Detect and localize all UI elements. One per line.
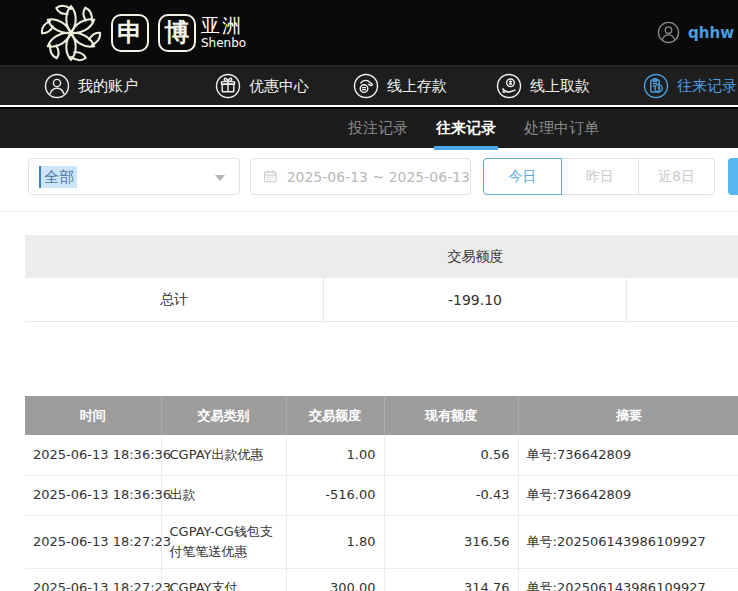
brand-char-shen: 申: [111, 14, 149, 52]
nav-label: 线上存款: [387, 77, 447, 96]
nav-label: 我的账户: [78, 77, 138, 96]
tab-list: 投注记录 往来记录 处理中订单: [348, 109, 599, 150]
username[interactable]: qhhw: [688, 24, 734, 42]
tab-transaction-records[interactable]: 往来记录: [436, 109, 496, 150]
user-account[interactable]: qhhw: [657, 0, 734, 65]
cell-amount: 1.80: [286, 515, 384, 568]
user-icon: [44, 73, 70, 99]
table-row: 2025-06-13 18:36:36 CGPAY出款优惠 1.00 0.56 …: [25, 435, 738, 475]
transactions-table: 时间 交易类别 交易额度 现有额度 摘要 2025-06-13 18:36:36…: [25, 396, 738, 591]
brand-logo[interactable]: 申 博 亚洲 Shenbo: [40, 0, 246, 65]
cell-memo: 单号:202506143986109927: [518, 515, 738, 568]
records-subnav: 投注记录 往来记录 处理中订单: [0, 107, 738, 148]
table-header-row: 时间 交易类别 交易额度 现有额度 摘要: [25, 396, 738, 435]
tab-betting-records[interactable]: 投注记录: [348, 109, 408, 150]
cell-type: CGPAY支付: [161, 568, 286, 591]
chevron-down-icon: [215, 175, 225, 181]
header-memo: 摘要: [518, 396, 738, 435]
search-button[interactable]: [728, 158, 738, 195]
summary-header-amount: 交易额度: [324, 235, 627, 278]
summary-total-label: 总计: [25, 278, 324, 321]
page: 申 博 亚洲 Shenbo qhhw: [0, 0, 738, 591]
gift-icon: [215, 73, 241, 99]
lotus-flower-icon: [40, 2, 102, 64]
withdraw-icon: [496, 73, 522, 99]
brand-char-bo: 博: [158, 14, 196, 52]
nav-label: 线上取款: [530, 77, 590, 96]
divider: [0, 211, 738, 212]
deposit-icon: [353, 73, 379, 99]
nav-item-withdraw[interactable]: 线上取款: [496, 66, 590, 106]
cell-amount: -516.00: [286, 475, 384, 515]
header-balance: 现有额度: [384, 396, 518, 435]
header-type: 交易类别: [161, 396, 286, 435]
nav-label: 往来记录: [677, 77, 737, 96]
main-nav: 我的账户 优惠中心: [0, 65, 738, 105]
cell-type: CGPAY-CG钱包支付笔笔送优惠: [161, 515, 286, 568]
table-row: 2025-06-13 18:36:36 出款 -516.00 -0.43 单号:…: [25, 475, 738, 515]
calendar-icon: [263, 168, 278, 185]
cell-time: 2025-06-13 18:36:36: [25, 475, 161, 515]
cell-time: 2025-06-13 18:27:23: [25, 515, 161, 568]
nav-item-my-account[interactable]: 我的账户: [44, 66, 138, 106]
today-button[interactable]: 今日: [483, 158, 562, 195]
quick-date-buttons: 今日 昨日 近8日: [483, 158, 715, 195]
tab-processing-orders[interactable]: 处理中订单: [524, 109, 599, 150]
nav-item-records[interactable]: 往来记录: [643, 66, 737, 106]
top-bar: 申 博 亚洲 Shenbo qhhw: [0, 0, 738, 65]
date-range-input[interactable]: 2025-06-13 ~ 2025-06-13: [250, 158, 471, 195]
transaction-type-select[interactable]: 全部: [28, 158, 240, 195]
cell-amount: 300.00: [286, 568, 384, 591]
cell-memo: 单号:202506143986109927: [518, 568, 738, 591]
nav-item-deposit[interactable]: 线上存款: [353, 66, 447, 106]
select-value: 全部: [41, 166, 77, 188]
summary-total-row: 总计 -199.10: [25, 278, 738, 322]
summary-table: 交易额度 总计 -199.10: [25, 235, 738, 322]
brand-latin: Shenbo: [201, 36, 246, 50]
nav-label: 优惠中心: [249, 77, 309, 96]
records-icon: [643, 73, 669, 99]
date-range-value: 2025-06-13 ~ 2025-06-13: [287, 169, 470, 185]
cell-balance: 316.56: [384, 515, 518, 568]
table-row: 2025-06-13 18:27:23 CGPAY-CG钱包支付笔笔送优惠 1.…: [25, 515, 738, 568]
header-amount: 交易额度: [286, 396, 384, 435]
cell-balance: 0.56: [384, 435, 518, 475]
yesterday-button[interactable]: 昨日: [561, 158, 639, 195]
cell-balance: -0.43: [384, 475, 518, 515]
cell-time: 2025-06-13 18:27:23: [25, 568, 161, 591]
last-8-days-button[interactable]: 近8日: [638, 158, 715, 195]
cell-amount: 1.00: [286, 435, 384, 475]
brand-region: 亚洲: [201, 15, 246, 36]
summary-header-row: 交易额度: [25, 235, 738, 278]
table-row: 2025-06-13 18:27:23 CGPAY支付 300.00 314.7…: [25, 568, 738, 591]
header-time: 时间: [25, 396, 161, 435]
cell-type: 出款: [161, 475, 286, 515]
cell-memo: 单号:736642809: [518, 475, 738, 515]
summary-empty-cell: [627, 278, 738, 321]
cell-memo: 单号:736642809: [518, 435, 738, 475]
summary-total-value: -199.10: [324, 278, 627, 321]
cell-type: CGPAY出款优惠: [161, 435, 286, 475]
nav-item-promotions[interactable]: 优惠中心: [215, 66, 309, 106]
brand-text: 亚洲 Shenbo: [201, 15, 246, 50]
avatar-icon: [657, 21, 680, 44]
cell-balance: 314.76: [384, 568, 518, 591]
cell-time: 2025-06-13 18:36:36: [25, 435, 161, 475]
